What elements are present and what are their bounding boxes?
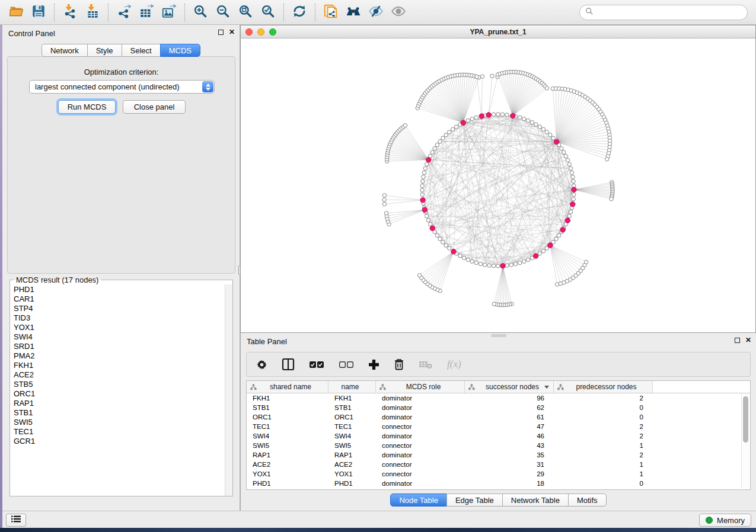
network-node[interactable] bbox=[448, 130, 451, 134]
network-node[interactable] bbox=[534, 123, 538, 126]
network-node[interactable] bbox=[562, 150, 566, 154]
mcds-result-item[interactable]: RAP1 bbox=[14, 399, 225, 408]
network-node[interactable] bbox=[572, 197, 575, 201]
network-hub-node[interactable] bbox=[479, 114, 484, 118]
network-node[interactable] bbox=[466, 118, 470, 122]
table-row[interactable]: ORC1ORC1dominator610 bbox=[247, 412, 750, 422]
zoom-out-button[interactable] bbox=[213, 3, 232, 22]
table-row[interactable]: YOX1YOX1connector291 bbox=[247, 469, 750, 479]
close-table-panel-icon[interactable]: ✕ bbox=[745, 337, 751, 343]
table-scrollbar-thumb[interactable] bbox=[743, 396, 748, 443]
mcds-result-item[interactable]: SWI5 bbox=[14, 418, 225, 427]
network-node[interactable] bbox=[420, 184, 424, 187]
mcds-list-scrollbar[interactable] bbox=[225, 284, 232, 496]
export-image-button[interactable] bbox=[160, 3, 178, 22]
network-node[interactable] bbox=[505, 113, 509, 117]
network-node[interactable] bbox=[560, 146, 563, 150]
mcds-result-item[interactable]: SWI4 bbox=[14, 332, 225, 342]
table-row[interactable]: RAP1RAP1dominator352 bbox=[247, 450, 750, 460]
network-hub-node[interactable] bbox=[560, 227, 565, 232]
network-node[interactable] bbox=[435, 143, 439, 146]
tab-network[interactable]: Network bbox=[42, 44, 88, 57]
mcds-result-item[interactable]: PMA2 bbox=[14, 351, 225, 361]
zoom-fit-button[interactable] bbox=[236, 3, 255, 22]
network-node[interactable] bbox=[566, 158, 569, 162]
hide-selected-button[interactable] bbox=[366, 3, 385, 22]
deselect-all-rows-icon[interactable] bbox=[339, 357, 354, 372]
network-hub-node[interactable] bbox=[451, 249, 456, 254]
network-hub-node[interactable] bbox=[572, 187, 576, 192]
table-row[interactable]: ACE2ACE2connector311 bbox=[247, 460, 750, 469]
mcds-result-item[interactable]: STB1 bbox=[14, 408, 225, 418]
add-column-icon[interactable] bbox=[368, 357, 379, 372]
network-node[interactable] bbox=[526, 118, 529, 122]
zoom-in-button[interactable] bbox=[191, 3, 210, 22]
network-hub-node[interactable] bbox=[500, 264, 505, 268]
network-node[interactable] bbox=[496, 113, 500, 116]
network-node[interactable] bbox=[382, 194, 386, 197]
network-node[interactable] bbox=[454, 125, 458, 129]
network-node[interactable] bbox=[569, 210, 572, 214]
network-node[interactable] bbox=[545, 130, 548, 134]
search-input[interactable] bbox=[594, 7, 747, 18]
export-network-button[interactable] bbox=[114, 3, 133, 22]
network-node[interactable] bbox=[420, 188, 424, 192]
table-row[interactable]: PHD1PHD1dominator180 bbox=[247, 479, 750, 488]
network-hub-node[interactable] bbox=[548, 243, 553, 248]
tab-mcds[interactable]: MCDS bbox=[160, 44, 200, 57]
network-hub-node[interactable] bbox=[430, 226, 435, 230]
float-table-panel-icon[interactable] bbox=[735, 338, 740, 343]
network-node[interactable] bbox=[458, 254, 462, 258]
network-node[interactable] bbox=[530, 120, 534, 124]
memory-button[interactable]: Memory bbox=[699, 514, 751, 527]
run-mcds-button[interactable]: Run MCDS bbox=[58, 100, 116, 114]
network-node[interactable] bbox=[475, 75, 479, 78]
tab-motifs[interactable]: Motifs bbox=[568, 493, 607, 507]
network-node[interactable] bbox=[538, 252, 541, 255]
network-hub-node[interactable] bbox=[426, 158, 431, 162]
table-row[interactable]: SWI5SWI5connector431 bbox=[247, 441, 750, 450]
network-hub-node[interactable] bbox=[554, 139, 559, 144]
tab-node-table[interactable]: Node Table bbox=[390, 493, 447, 507]
mcds-result-item[interactable]: TEC1 bbox=[14, 427, 225, 437]
network-node[interactable] bbox=[441, 241, 445, 244]
mcds-result-item[interactable]: ACE2 bbox=[14, 370, 225, 380]
network-node[interactable] bbox=[526, 258, 529, 261]
show-panels-button[interactable] bbox=[6, 514, 26, 527]
network-node[interactable] bbox=[428, 222, 432, 226]
network-hub-node[interactable] bbox=[461, 120, 465, 125]
network-node[interactable] bbox=[421, 180, 425, 183]
network-node[interactable] bbox=[422, 175, 425, 179]
tab-select[interactable]: Select bbox=[122, 44, 161, 57]
network-node[interactable] bbox=[564, 154, 567, 158]
window-close-icon[interactable] bbox=[245, 28, 253, 36]
table-row[interactable]: STB1STB1dominator620 bbox=[247, 403, 750, 412]
tab-style[interactable]: Style bbox=[87, 44, 122, 57]
network-node[interactable] bbox=[470, 117, 474, 121]
network-node[interactable] bbox=[483, 263, 487, 267]
network-node[interactable] bbox=[570, 171, 573, 174]
mcds-result-item[interactable]: ORC1 bbox=[14, 389, 225, 399]
zoom-selected-button[interactable] bbox=[259, 3, 277, 22]
column-header-mcds-role[interactable]: MCDS role bbox=[376, 381, 465, 393]
network-node[interactable] bbox=[538, 125, 541, 129]
network-hub-node[interactable] bbox=[570, 202, 575, 207]
network-node[interactable] bbox=[448, 246, 451, 250]
network-node[interactable] bbox=[500, 113, 504, 116]
show-all-button[interactable] bbox=[389, 3, 408, 22]
network-node[interactable] bbox=[492, 302, 496, 306]
network-node[interactable] bbox=[420, 193, 424, 196]
new-network-from-selection-button[interactable] bbox=[321, 3, 340, 22]
network-node[interactable] bbox=[545, 86, 548, 90]
network-hub-node[interactable] bbox=[486, 113, 491, 117]
network-node[interactable] bbox=[569, 166, 572, 170]
optimization-criterion-select[interactable]: largest connected component (undirected) bbox=[29, 80, 215, 94]
network-node[interactable] bbox=[444, 133, 448, 137]
mcds-result-item[interactable]: FKH1 bbox=[14, 361, 225, 370]
network-node[interactable] bbox=[518, 261, 522, 264]
network-node[interactable] bbox=[479, 262, 482, 265]
close-panel-button[interactable]: Close panel bbox=[123, 100, 186, 114]
network-node[interactable] bbox=[466, 258, 470, 261]
refresh-layout-button[interactable] bbox=[290, 3, 309, 22]
network-node[interactable] bbox=[430, 150, 434, 154]
